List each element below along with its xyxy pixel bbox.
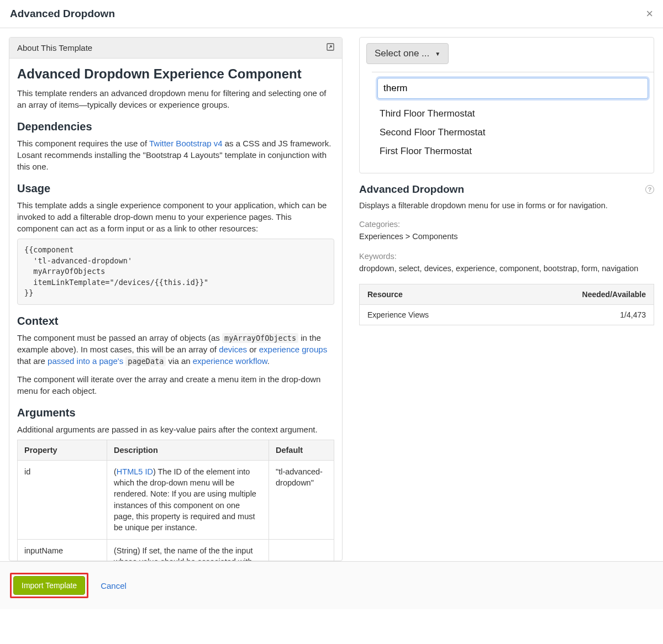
- about-panel-title: About This Template: [17, 43, 92, 52]
- args-table: Property Description Default id (HTML5 I…: [17, 440, 334, 561]
- args-para: Additional arguments are passed in as ke…: [17, 424, 334, 435]
- preview-box: Select one ... ▼ Third Floor Thermostat …: [359, 37, 654, 173]
- help-icon[interactable]: ?: [645, 185, 654, 194]
- modal-header: Advanced Dropdown ×: [0, 0, 663, 28]
- select-one-button[interactable]: Select one ... ▼: [366, 43, 449, 64]
- cell-resource: Experience Views: [360, 304, 504, 325]
- caret-down-icon: ▼: [435, 51, 440, 57]
- table-row: inputName (String) If set, the name of t…: [18, 539, 334, 561]
- modal-body: About This Template Advanced Dropdown Ex…: [0, 28, 663, 561]
- deps-heading: Dependencies: [17, 120, 334, 133]
- th-property: Property: [18, 440, 107, 460]
- sidebar-desc: Displays a filterable dropdown menu for …: [359, 200, 654, 211]
- th-default: Default: [269, 440, 334, 460]
- dropdown-panel: Third Floor Thermostat Second Floor Ther…: [372, 72, 654, 165]
- left-column: About This Template Advanced Dropdown Ex…: [9, 37, 343, 561]
- cell-property: inputName: [18, 539, 107, 561]
- cell-description: (String) If set, the name of the the inp…: [107, 539, 269, 561]
- deps-para: This component requires the use of Twitt…: [17, 138, 334, 172]
- dropdown-item[interactable]: First Floor Thermostat: [377, 142, 648, 161]
- cancel-button[interactable]: Cancel: [101, 581, 127, 590]
- dropdown-item[interactable]: Third Floor Thermostat: [377, 104, 648, 123]
- about-panel-body: Advanced Dropdown Experience Component T…: [9, 59, 342, 561]
- html5-id-link[interactable]: HTML5 ID: [117, 467, 153, 476]
- code-inline: pageData: [125, 356, 166, 366]
- th-needed: Needed/Available: [504, 284, 654, 304]
- doc-h1: Advanced Dropdown Experience Component: [17, 66, 334, 82]
- import-highlight: Import Template: [10, 573, 88, 598]
- th-resource: Resource: [360, 284, 504, 304]
- experience-groups-link[interactable]: experience groups: [259, 345, 327, 354]
- context-para2: The component will iterate over the arra…: [17, 373, 334, 397]
- context-heading: Context: [17, 315, 334, 328]
- keywords-label: Keywords:: [359, 252, 654, 261]
- table-row: id (HTML5 ID) The ID of the element into…: [18, 460, 334, 539]
- passed-link[interactable]: passed into a page's: [48, 356, 123, 366]
- select-label: Select one ...: [375, 48, 429, 59]
- about-panel-header: About This Template: [9, 38, 342, 59]
- cell-needed: 1/4,473: [504, 304, 654, 325]
- args-heading: Arguments: [17, 407, 334, 419]
- keywords-value: dropdown, select, devices, experience, c…: [359, 263, 654, 275]
- modal-title: Advanced Dropdown: [10, 8, 115, 20]
- dropdown-item[interactable]: Second Floor Thermostat: [377, 123, 648, 142]
- table-row: Experience Views 1/4,473: [360, 304, 654, 325]
- code-inline: myArrayOfObjects: [222, 333, 298, 343]
- categories-label: Categories:: [359, 220, 654, 229]
- usage-para: This template adds a single experience c…: [17, 199, 334, 234]
- cell-description: (HTML5 ID) The ID of the element into wh…: [107, 460, 269, 539]
- about-panel: About This Template Advanced Dropdown Ex…: [9, 37, 343, 561]
- devices-link[interactable]: devices: [219, 345, 247, 354]
- sidebar-title: Advanced Dropdown: [359, 183, 464, 196]
- resource-table: Resource Needed/Available Experience Vie…: [359, 284, 654, 325]
- cell-default: "tl-advanced-dropdown": [269, 460, 334, 539]
- close-icon[interactable]: ×: [646, 8, 653, 20]
- bootstrap-link[interactable]: Twitter Bootstrap v4: [149, 139, 223, 148]
- cell-property: id: [18, 460, 107, 539]
- modal-footer: Import Template Cancel: [0, 561, 663, 609]
- filter-input[interactable]: [377, 78, 648, 99]
- cell-default: [269, 539, 334, 561]
- doc-intro: This template renders an advanced dropdo…: [17, 87, 334, 110]
- right-column: Select one ... ▼ Third Floor Thermostat …: [359, 37, 654, 561]
- usage-heading: Usage: [17, 182, 334, 195]
- code-block: {{component 'tl-advanced-dropdown' myArr…: [17, 239, 334, 305]
- experience-workflow-link[interactable]: experience workflow: [193, 356, 267, 366]
- th-description: Description: [107, 440, 269, 460]
- sidebar-title-row: Advanced Dropdown ?: [359, 183, 654, 196]
- context-para1: The component must be passed an array of…: [17, 332, 334, 367]
- categories-value: Experiences > Components: [359, 231, 654, 243]
- expand-icon[interactable]: [327, 43, 334, 52]
- import-template-button[interactable]: Import Template: [13, 576, 85, 595]
